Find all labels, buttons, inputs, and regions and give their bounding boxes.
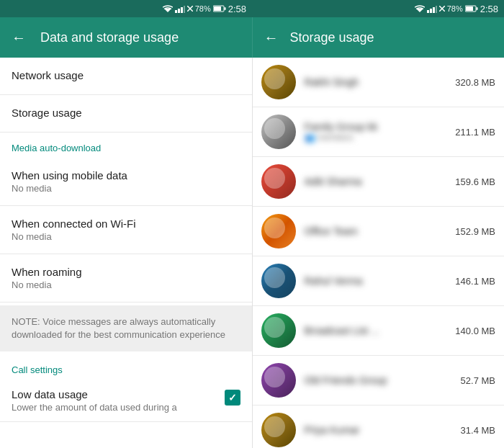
wifi-icon-right (415, 5, 425, 13)
left-panel: Network usage Storage usage Media auto-d… (0, 58, 253, 448)
low-data-subtitle: Lower the amount of data used during a (12, 402, 216, 413)
left-header-title: Data and storage usage (40, 30, 179, 45)
network-usage-title: Network usage (12, 69, 240, 81)
svg-rect-1 (175, 10, 177, 13)
checkbox-mark: ✓ (228, 392, 237, 403)
svg-rect-13 (433, 7, 435, 13)
svg-rect-14 (436, 6, 437, 13)
svg-rect-2 (178, 9, 180, 13)
content-row: Network usage Storage usage Media auto-d… (0, 58, 504, 448)
left-back-button[interactable]: ← (12, 30, 26, 46)
storage-size: 152.9 MB (455, 226, 495, 237)
storage-size: 211.1 MB (455, 127, 495, 138)
svg-rect-4 (184, 6, 185, 13)
media-auto-download-header: Media auto-download (0, 133, 252, 158)
svg-rect-19 (466, 6, 473, 11)
storage-name: Rahul Verma (305, 275, 447, 287)
storage-info: Office Team (305, 225, 447, 237)
time-left: 2:58 (228, 4, 246, 14)
storage-name: Priya Kumar (305, 424, 452, 436)
wifi-item[interactable]: When connected on Wi-Fi No media (0, 206, 252, 254)
list-item[interactable]: Aditi Sharma 159.6 MB (253, 157, 505, 207)
storage-info: Aditi Sharma (305, 176, 447, 187)
avatar (261, 164, 296, 199)
left-header: ← Data and storage usage (0, 17, 252, 58)
signal-icon-right (427, 5, 437, 13)
avatar (261, 65, 296, 99)
list-item[interactable]: Rakhi Singh 320.8 MB (253, 58, 505, 107)
status-bar-right: 78% 2:58 (252, 0, 504, 17)
storage-usage-title: Storage usage (12, 107, 240, 119)
low-data-usage-item[interactable]: Low data usage Lower the amount of data … (0, 380, 252, 422)
right-header-title: Storage usage (290, 30, 374, 45)
battery-right: 78% (447, 4, 463, 13)
right-header: ← Storage usage (252, 17, 505, 58)
avatar (261, 115, 296, 149)
storage-name: Broadcast List ... (305, 325, 447, 336)
svg-marker-0 (164, 9, 171, 12)
storage-info: Old Friends Group (305, 375, 452, 386)
note-box: NOTE: Voice messages are always automati… (0, 305, 252, 351)
storage-size: 320.8 MB (455, 77, 495, 88)
right-back-button[interactable]: ← (264, 30, 279, 46)
storage-size: 31.4 MB (461, 425, 495, 436)
roaming-title: When roaming (12, 266, 240, 278)
storage-name: Old Friends Group (305, 375, 452, 386)
svg-rect-8 (224, 7, 225, 10)
list-item[interactable]: Family Group kk 👥 members 211.1 MB (253, 107, 505, 157)
storage-name: Office Team (305, 225, 447, 237)
avatar (261, 264, 296, 298)
mobile-data-title: When using mobile data (12, 169, 240, 182)
battery-icon-left (213, 5, 226, 12)
svg-marker-10 (416, 9, 423, 12)
network-usage-item[interactable]: Network usage (0, 58, 252, 95)
wifi-icon-left (163, 5, 173, 13)
battery-left: 78% (195, 4, 211, 13)
storage-name: Rakhi Singh (305, 76, 447, 88)
storage-size: 140.0 MB (455, 326, 495, 336)
roaming-item[interactable]: When roaming No media (0, 254, 252, 303)
time-right: 2:58 (480, 4, 498, 14)
storage-size: 159.6 MB (455, 176, 495, 187)
storage-info: Rakhi Singh (305, 76, 447, 88)
avatar (261, 313, 296, 348)
storage-info: Priya Kumar (305, 424, 452, 436)
list-item[interactable]: Broadcast List ... 140.0 MB (253, 306, 505, 356)
headers-row: ← Data and storage usage ← Storage usage (0, 17, 504, 58)
storage-usage-item[interactable]: Storage usage (0, 95, 252, 133)
svg-rect-9 (214, 6, 221, 11)
roaming-subtitle: No media (12, 279, 240, 290)
list-item[interactable]: Rahul Verma 146.1 MB (253, 256, 505, 306)
low-data-checkbox[interactable]: ✓ (225, 390, 240, 406)
svg-rect-12 (430, 9, 432, 13)
status-bar: 78% 2:58 (0, 0, 504, 17)
storage-info: Rahul Verma (305, 275, 447, 287)
signal-x-right (439, 6, 445, 12)
list-item[interactable]: Office Team 152.9 MB (253, 207, 505, 256)
svg-rect-11 (427, 10, 429, 13)
storage-size: 52.7 MB (461, 375, 495, 386)
low-data-text-block: Low data usage Lower the amount of data … (12, 388, 225, 413)
note-text: NOTE: Voice messages are always automati… (12, 315, 240, 341)
battery-icon-right (465, 5, 478, 12)
list-item[interactable]: Old Friends Group 52.7 MB (253, 356, 505, 406)
svg-rect-18 (476, 7, 477, 10)
right-panel: Rakhi Singh 320.8 MB Family Group kk 👥 m… (253, 58, 505, 448)
avatar (261, 214, 296, 248)
storage-info: Family Group kk 👥 members (305, 121, 447, 143)
storage-size: 146.1 MB (455, 276, 495, 287)
list-item[interactable]: Priya Kumar 31.4 MB (253, 406, 505, 448)
wifi-subtitle: No media (12, 231, 240, 242)
storage-sub: 👥 members (305, 133, 447, 143)
svg-rect-3 (181, 7, 183, 13)
avatar (261, 363, 296, 398)
signal-icon-left (175, 5, 185, 13)
storage-name: Aditi Sharma (305, 176, 447, 187)
avatar (261, 413, 296, 447)
right-status-icons: 78% 2:58 (415, 4, 498, 14)
mobile-data-item[interactable]: When using mobile data No media (0, 158, 252, 206)
left-status-icons: 78% 2:58 (163, 4, 246, 14)
storage-info: Broadcast List ... (305, 325, 447, 336)
call-settings-header: Call settings (0, 354, 252, 380)
storage-name: Family Group kk (305, 121, 447, 133)
